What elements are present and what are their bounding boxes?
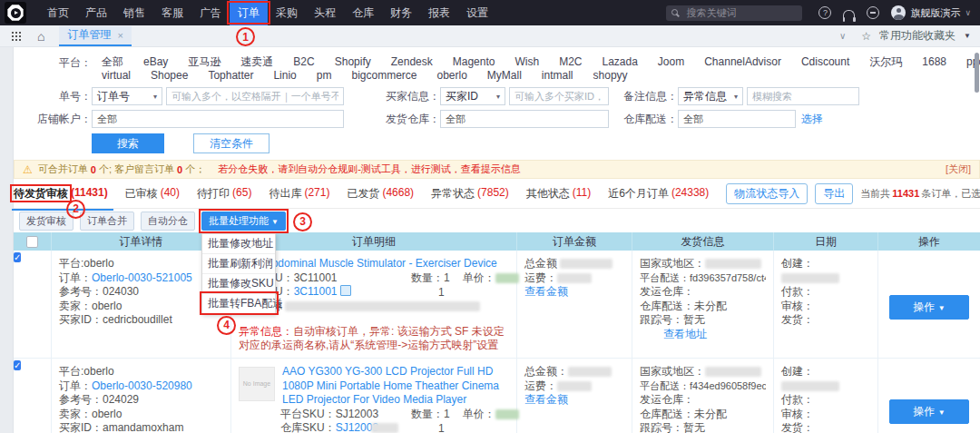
platform-option[interactable]: 沃尔玛: [859, 55, 912, 69]
status-tab-to-print[interactable]: 待打印(65): [197, 186, 251, 202]
platform-option[interactable]: Magento: [443, 55, 505, 69]
store-account-input[interactable]: [92, 110, 344, 128]
choose-link[interactable]: 选择: [801, 110, 823, 128]
view-amount-link[interactable]: 查看金额: [524, 285, 568, 298]
platform-option[interactable]: Zendesk: [381, 55, 443, 69]
platform-option[interactable]: oberlo: [427, 69, 477, 83]
nav-item-sales[interactable]: 销售: [115, 0, 153, 25]
status-tab-shipped[interactable]: 已发货(4668): [347, 186, 414, 202]
product-title-link[interactable]: EMS Abdominal Muscle Stimulator - Exerci…: [239, 257, 509, 271]
status-tab-reviewed[interactable]: 已审核(40): [125, 186, 180, 202]
platform-option[interactable]: pm: [307, 69, 342, 83]
home-icon[interactable]: ⌂: [37, 26, 44, 46]
view-address-link[interactable]: 查看地址: [663, 328, 707, 340]
platform-option[interactable]: 亚马逊: [178, 55, 230, 69]
notice-close-link[interactable]: [关闭]: [946, 162, 971, 176]
apps-grid-icon[interactable]: [12, 32, 21, 41]
platform-option[interactable]: MyMall: [477, 69, 532, 83]
row-checkbox[interactable]: ✓: [14, 252, 21, 262]
status-tab-to-outbound[interactable]: 待出库(271): [269, 186, 329, 202]
platform-option[interactable]: M2C: [549, 55, 592, 69]
status-tab-other[interactable]: 其他状态(11): [526, 186, 591, 202]
product-title-link[interactable]: AAO YG300 YG-300 LCD Projector Full HD 1…: [280, 365, 507, 408]
nav-item-settings[interactable]: 设置: [458, 0, 496, 25]
platform-option[interactable]: Lazada: [592, 55, 647, 69]
platform-option[interactable]: bigcommerce: [341, 69, 426, 83]
buyer-input[interactable]: [509, 87, 609, 105]
headset-support-icon[interactable]: [843, 10, 855, 19]
export-button[interactable]: 导出: [815, 183, 853, 204]
remark-type-select[interactable]: 异常信息 ▾: [678, 87, 743, 105]
platform-option[interactable]: eBay: [133, 55, 178, 69]
clear-conditions-button[interactable]: 清空条件: [193, 133, 270, 153]
row-action-button[interactable]: 操作 ▼: [889, 399, 969, 424]
menu-item-batch-refresh-profit[interactable]: 批量刷新利润: [202, 254, 275, 274]
shipping-info-cell: 国家或地区： 平台配送：fd396357d758/ct48cbc6... 发运仓…: [632, 251, 774, 359]
global-search-input[interactable]: [684, 6, 797, 19]
user-menu[interactable]: 旗舰版演示 ∨: [891, 5, 971, 20]
platform-option[interactable]: Shopify: [325, 55, 381, 69]
nav-item-orders[interactable]: 订单 1: [230, 0, 268, 25]
platform-option[interactable]: Shopee: [141, 69, 198, 83]
nav-item-products[interactable]: 产品: [77, 0, 115, 25]
nav-item-service[interactable]: 客服: [153, 0, 191, 25]
ref-value: 024029: [103, 393, 139, 406]
platform-option[interactable]: virtual: [92, 69, 141, 83]
nav-item-firstleg[interactable]: 头程: [306, 0, 344, 25]
platform-option[interactable]: shopyy: [583, 69, 638, 83]
app-logo-icon[interactable]: [5, 2, 26, 24]
feedback-icon[interactable]: [867, 6, 879, 19]
search-button[interactable]: 搜索: [92, 133, 164, 153]
tab-order-management[interactable]: 订单管理 ×: [59, 26, 131, 46]
menu-item-batch-edit-sku[interactable]: 批量修改SKU: [202, 274, 275, 294]
platform-option[interactable]: B2C: [283, 55, 324, 69]
logistics-import-button[interactable]: 物流状态导入: [726, 183, 808, 204]
order-number-link[interactable]: Oberlo-0030-520980: [92, 379, 192, 392]
platform-option[interactable]: ChannelAdvisor: [694, 55, 791, 69]
remark-input[interactable]: [747, 87, 859, 105]
warehouse-sku-link[interactable]: 3C11001: [294, 285, 338, 298]
collapse-chevron-icon[interactable]: ∨: [839, 31, 846, 41]
order-number-input[interactable]: [166, 87, 344, 105]
ship-warehouse-input[interactable]: [440, 110, 609, 128]
vertical-scrollbar[interactable]: [975, 53, 979, 93]
nav-item-warehouse[interactable]: 仓库: [344, 0, 382, 25]
platform-option[interactable]: 1688: [912, 55, 956, 69]
nav-item-purchase[interactable]: 采购: [268, 0, 306, 25]
status-tab-pending-review[interactable]: 待发货审核 (11431) 2: [14, 186, 108, 202]
ship-review-button[interactable]: 发货审核: [19, 212, 74, 231]
platform-sku-label: 平台SKU：: [280, 408, 336, 420]
view-amount-link[interactable]: 查看金额: [524, 393, 568, 406]
platform-option[interactable]: intmall: [532, 69, 583, 83]
platform-option[interactable]: 全部: [92, 55, 133, 69]
batch-process-button[interactable]: 批量处理功能 ▼: [201, 212, 286, 231]
buyer-type-select[interactable]: 买家ID ▾: [440, 87, 505, 105]
order-number-type-select[interactable]: 订单号 ▾: [92, 87, 162, 105]
row-checkbox[interactable]: ✓: [14, 360, 21, 370]
row-action-button[interactable]: 操作 ▼: [889, 295, 969, 320]
platform-option[interactable]: Joom: [648, 55, 694, 69]
platform-option[interactable]: Linio: [263, 69, 306, 83]
auto-split-button[interactable]: 自动分仓: [141, 212, 195, 231]
menu-item-batch-to-fba[interactable]: 批量转FBA配送 4: [202, 294, 275, 313]
nav-item-home[interactable]: 首页: [39, 0, 77, 25]
global-search[interactable]: [666, 5, 802, 21]
order-number-link[interactable]: Oberlo-0030-521005: [92, 271, 192, 284]
nav-item-reports[interactable]: 报表: [420, 0, 458, 25]
status-tab-abnormal[interactable]: 异常状态(7852): [431, 186, 509, 202]
close-icon[interactable]: ×: [117, 30, 122, 41]
merge-orders-button[interactable]: 订单合并: [80, 212, 134, 231]
select-all-checkbox[interactable]: [26, 236, 38, 248]
menu-item-batch-edit-address[interactable]: 批量修改地址: [202, 234, 275, 254]
favorites-menu-label[interactable]: 常用功能收藏夹: [879, 28, 956, 44]
platform-option[interactable]: Tophatter: [198, 69, 263, 83]
warehouse-dist-input[interactable]: [678, 110, 796, 128]
nav-item-finance[interactable]: 财务: [382, 0, 420, 25]
help-icon[interactable]: ?: [818, 6, 831, 19]
platform-option[interactable]: 速卖通: [230, 55, 283, 69]
platform-option[interactable]: Cdiscount: [791, 55, 859, 69]
nav-item-ads[interactable]: 广告: [191, 0, 230, 25]
order-amount-cell: 总金额： 运费： 查看金额: [517, 359, 632, 433]
platform-option[interactable]: Wish: [505, 55, 549, 69]
status-tab-6months[interactable]: 近6个月订单(24338): [608, 186, 709, 202]
